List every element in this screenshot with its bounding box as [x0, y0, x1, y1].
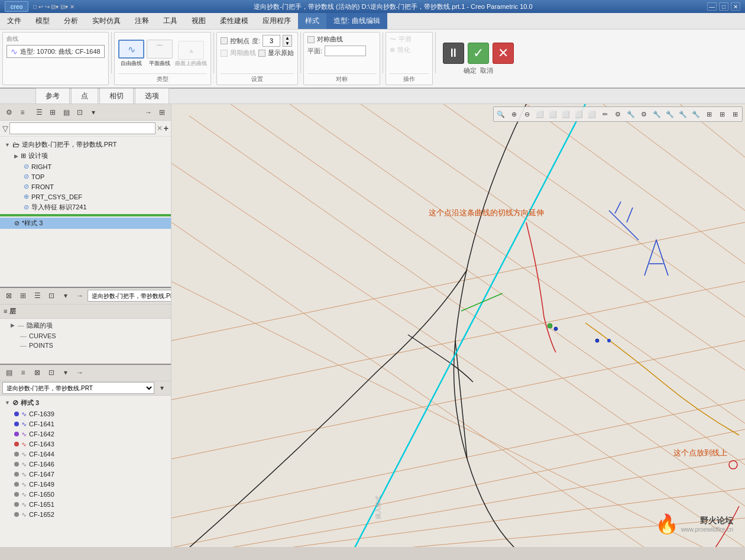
curve-item-cf1643[interactable]: ∿ CF-1643: [0, 439, 171, 449]
curve-list-btn-6[interactable]: →: [73, 366, 86, 379]
view-btn-5[interactable]: ⬜: [586, 108, 598, 120]
view-btn-2[interactable]: ⬜: [547, 108, 559, 120]
tool-btn-6[interactable]: 🔧: [677, 108, 689, 120]
curve-list-header[interactable]: ▼ ⊘ 样式 3: [0, 397, 171, 409]
curve-item-cf1651[interactable]: ∿ CF-1651: [0, 500, 171, 510]
layer-item-hidden[interactable]: ▶ — 隐藏的项: [0, 320, 171, 331]
zoom-in-btn[interactable]: 🔍: [495, 108, 507, 120]
menu-style[interactable]: 样式: [298, 13, 326, 29]
curve-file-select[interactable]: 逆向抄数-门把手，带抄数线.PRT: [2, 382, 154, 394]
pause-button[interactable]: ⏸: [443, 43, 464, 64]
cancel-button[interactable]: ✕: [493, 43, 514, 64]
curve-item-cf1639[interactable]: ∿ CF-1639: [0, 409, 171, 419]
show-origin-checkbox[interactable]: [258, 50, 265, 57]
curve-file-btn[interactable]: ▾: [156, 381, 169, 394]
canvas-svg[interactable]: [171, 104, 745, 547]
menu-analysis[interactable]: 分析: [57, 13, 85, 29]
search-clear-btn[interactable]: ✕: [157, 124, 163, 132]
view-btn-3[interactable]: ⬜: [560, 108, 572, 120]
tree-item-import[interactable]: ⊘ 导入特征 标识7241: [0, 202, 171, 213]
design-expand-arrow[interactable]: ▶: [14, 153, 18, 159]
tool-btn-1[interactable]: ⚙: [612, 108, 624, 120]
control-point-checkbox[interactable]: [221, 37, 228, 44]
tool-btn-8[interactable]: ⊞: [703, 108, 715, 120]
degree-up-btn[interactable]: ▲: [283, 35, 291, 41]
menu-curve-edit[interactable]: 造型: 曲线编辑: [326, 13, 387, 29]
periodic-checkbox[interactable]: [221, 50, 228, 57]
tree-view-btn[interactable]: ≡: [16, 106, 29, 119]
tab-tangent[interactable]: 相切: [99, 88, 134, 103]
menu-flex-modeling[interactable]: 柔性建模: [213, 13, 255, 29]
layer-file-select[interactable]: 逆向抄数-门把手，带抄数线.PRT: [88, 290, 171, 302]
sym-curve-checkbox[interactable]: [307, 36, 315, 43]
layer-btn-4[interactable]: ⊡: [45, 289, 58, 302]
confirm-button[interactable]: ✓: [468, 43, 489, 64]
close-button[interactable]: ✕: [731, 2, 740, 11]
tree-grid-btn[interactable]: ⊞: [46, 106, 59, 119]
layer-btn-1[interactable]: ⊠: [2, 289, 15, 302]
curve-item-cf1641[interactable]: ∿ CF-1641: [0, 419, 171, 429]
degree-input[interactable]: [263, 35, 280, 47]
tree-expand2-btn[interactable]: ⊞: [156, 106, 169, 119]
minimize-button[interactable]: —: [707, 2, 717, 11]
tree-item-style3[interactable]: ⊘ *样式 3: [0, 218, 171, 229]
tree-item-right[interactable]: ⊘ RIGHT: [0, 161, 171, 171]
layer-item-points[interactable]: — POINTS: [0, 341, 171, 350]
menu-model[interactable]: 模型: [28, 13, 57, 29]
maximize-button[interactable]: □: [719, 2, 728, 11]
menu-annotation[interactable]: 注释: [128, 13, 156, 29]
curve-item-cf1644[interactable]: ∿ CF-1644: [0, 449, 171, 459]
curve-list-btn-5[interactable]: ▾: [59, 366, 72, 379]
curve-list-btn-1[interactable]: ▤: [2, 366, 15, 379]
curve-list-btn-4[interactable]: ⊡: [45, 366, 58, 379]
flat-curve-btn[interactable]: ⌒: [147, 40, 173, 59]
tool-btn-10[interactable]: ⊞: [729, 108, 741, 120]
tab-reference[interactable]: 参考: [35, 88, 70, 103]
tool-btn-2[interactable]: 🔧: [625, 108, 637, 120]
tab-options[interactable]: 选项: [135, 88, 169, 103]
layer-btn-6[interactable]: →: [73, 289, 86, 302]
curve-list-btn-3[interactable]: ⊠: [31, 366, 44, 379]
curve-item-cf1647[interactable]: ∿ CF-1647: [0, 470, 171, 480]
tree-item-design[interactable]: ▶ ⊞ 设计项: [0, 150, 171, 161]
tree-item-top[interactable]: ⊘ TOP: [0, 171, 171, 182]
curve-list-btn-2[interactable]: ≡: [17, 366, 30, 379]
free-curve-btn[interactable]: ∿: [118, 40, 144, 59]
curve-item-cf1646[interactable]: ∿ CF-1646: [0, 459, 171, 470]
tool-btn-4[interactable]: 🔧: [651, 108, 663, 120]
root-expand-arrow[interactable]: ▼: [5, 142, 10, 148]
tab-points[interactable]: 点: [71, 88, 98, 103]
tree-more-btn[interactable]: ▾: [87, 106, 100, 119]
tree-settings-btn[interactable]: ⚙: [2, 106, 15, 119]
tree-list-btn[interactable]: ☰: [33, 106, 46, 119]
hidden-expand-arrow[interactable]: ▶: [9, 322, 15, 328]
curve-item-cf1650[interactable]: ∿ CF-1650: [0, 490, 171, 500]
layer-btn-2[interactable]: ⊞: [17, 289, 30, 302]
surface-curve-btn[interactable]: ⟁: [178, 41, 204, 60]
zoom-out-btn[interactable]: ⊖: [521, 108, 533, 120]
curve-item-cf1642[interactable]: ∿ CF-1642: [0, 429, 171, 439]
curve-header-arrow[interactable]: ▼: [5, 400, 10, 406]
layer-btn-3[interactable]: ☰: [31, 289, 44, 302]
tree-col-btn[interactable]: ▤: [60, 106, 73, 119]
menu-file[interactable]: 文件: [0, 13, 28, 29]
curve-item-cf1652[interactable]: ∿ CF-1652: [0, 510, 171, 520]
canvas-area[interactable]: 🔍 ⊕ ⊖ ⬜ ⬜ ⬜ ⬜ ⬜ ✏ ⚙ 🔧 ⚙ 🔧 🔧 🔧 🔧 ⊞ ⊞ ⊞: [171, 104, 745, 547]
view-btn-4[interactable]: ⬜: [573, 108, 585, 120]
degree-spinner[interactable]: ▲ ▼: [283, 35, 292, 47]
tree-item-root[interactable]: ▼ 🗁 逆向抄数-门把手，带抄数线.PRT: [0, 139, 171, 150]
plane-input[interactable]: [325, 46, 366, 56]
tool-btn-5[interactable]: 🔧: [664, 108, 676, 120]
menu-simulation[interactable]: 实时仿真: [85, 13, 128, 29]
menu-view[interactable]: 视图: [184, 13, 213, 29]
search-add-btn[interactable]: +: [164, 124, 169, 133]
menu-applications[interactable]: 应用程序: [255, 13, 298, 29]
tree-collapse-btn[interactable]: →: [142, 106, 155, 119]
tool-btn-3[interactable]: ⚙: [638, 108, 650, 120]
layer-item-curves[interactable]: — CURVES: [0, 331, 171, 341]
view-btn-1[interactable]: ⬜: [534, 108, 546, 120]
search-input[interactable]: [9, 122, 156, 134]
tool-btn-9[interactable]: ⊞: [716, 108, 728, 120]
curve-field[interactable]: ∿ 造型: 10700: 曲线: CF-1648: [7, 45, 105, 58]
tree-item-csys[interactable]: ⊕ PRT_CSYS_DEF: [0, 192, 171, 202]
